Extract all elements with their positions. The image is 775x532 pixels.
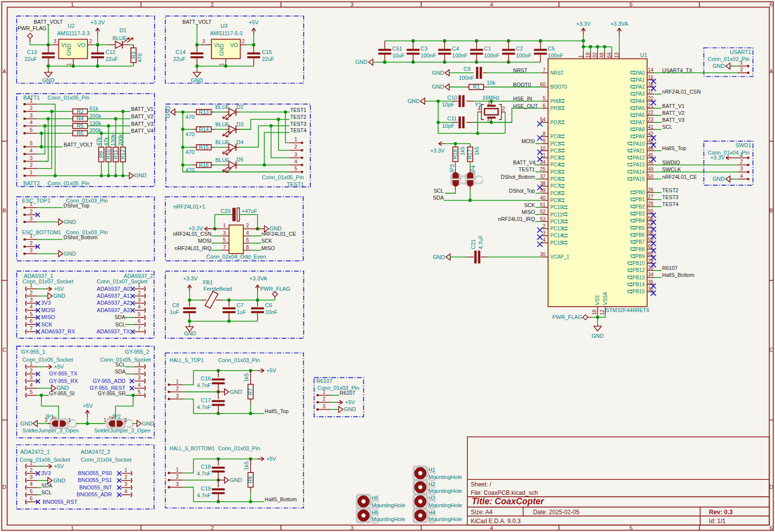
svg-text:2: 2 [176, 385, 179, 391]
svg-text:5: 5 [223, 237, 226, 243]
svg-text:6: 6 [30, 495, 33, 501]
svg-text:GND: GND [66, 44, 72, 56]
svg-text:PA1: PA1 [636, 77, 645, 83]
svg-text:5: 5 [30, 488, 33, 494]
svg-text:1k5: 1k5 [474, 147, 480, 156]
svg-text:46: 46 [648, 160, 654, 165]
svg-text:26: 26 [648, 187, 654, 193]
svg-text:Id: 1/1: Id: 1/1 [709, 518, 726, 525]
svg-text:C6: C6 [265, 302, 272, 308]
svg-text:4: 4 [124, 488, 127, 494]
svg-text:1: 1 [30, 282, 33, 288]
svg-text:6: 6 [138, 318, 141, 324]
svg-text:GY-955_1: GY-955_1 [21, 349, 45, 355]
svg-text:2: 2 [242, 38, 245, 44]
svg-text:R7: R7 [247, 388, 253, 395]
svg-text:PC6: PC6 [551, 176, 560, 182]
svg-text:2: 2 [138, 368, 141, 373]
svg-text:3: 3 [124, 481, 127, 487]
svg-text:HallS_Bottom: HallS_Bottom [662, 272, 694, 278]
svg-text:Rev: 0.3: Rev: 0.3 [709, 509, 733, 516]
svg-text:GND: GND [54, 293, 66, 299]
svg-text:GND: GND [134, 172, 147, 178]
svg-text:1k5: 1k5 [243, 373, 249, 382]
svg-text:5: 5 [138, 389, 141, 395]
svg-text:22uF: 22uF [173, 56, 185, 62]
svg-text:H4: H4 [429, 509, 436, 515]
svg-text:R16: R16 [199, 162, 209, 168]
svg-text:ADA5937_1: ADA5937_1 [24, 273, 53, 279]
svg-text:41: 41 [648, 124, 654, 130]
svg-text:BNO055_RST: BNO055_RST [43, 499, 78, 505]
svg-text:64: 64 [607, 52, 612, 58]
svg-text:R18: R18 [452, 149, 458, 159]
svg-text:SWD1: SWD1 [735, 142, 751, 148]
svg-text:D5: D5 [236, 157, 243, 162]
svg-text:KiCad E.D.A. 9.0.3: KiCad E.D.A. 9.0.3 [471, 518, 521, 525]
svg-text:U1: U1 [640, 52, 647, 58]
svg-text:2: 2 [52, 416, 57, 419]
svg-text:+5V: +5V [249, 19, 259, 25]
svg-text:100nF: 100nF [484, 53, 499, 58]
svg-text:R1: R1 [473, 84, 480, 90]
svg-text:BNO055_PS1: BNO055_PS1 [78, 477, 112, 483]
svg-text:5: 5 [543, 96, 546, 101]
svg-text:GND: GND [344, 406, 356, 412]
svg-text:3: 3 [487, 117, 490, 122]
svg-text:BATT_VOLT: BATT_VOLT [182, 19, 212, 25]
svg-text:+3.3V: +3.3V [710, 155, 725, 160]
svg-text:BATT_VOLT: BATT_VOLT [34, 19, 63, 25]
svg-text:8: 8 [543, 131, 546, 137]
svg-text:2: 2 [30, 162, 33, 168]
svg-text:JP3: JP3 [449, 164, 455, 174]
svg-text:PA11: PA11 [633, 148, 645, 154]
svg-text:H3: H3 [429, 495, 436, 501]
svg-text:C19: C19 [201, 485, 211, 491]
svg-text:PC15: PC15 [551, 240, 563, 246]
svg-text:PA7: PA7 [636, 120, 645, 125]
svg-text:BATT_V4: BATT_V4 [513, 160, 536, 165]
svg-text:D: D [2, 484, 6, 490]
svg-text:R2: R2 [77, 108, 84, 114]
svg-text:GY-955_SR: GY-955_SR [98, 390, 125, 396]
svg-text:6: 6 [246, 237, 249, 243]
svg-text:22: 22 [648, 110, 654, 115]
svg-text:H1: H1 [429, 467, 436, 473]
svg-text:5: 5 [30, 127, 33, 133]
svg-text:MountingHole: MountingHole [429, 502, 462, 508]
svg-text:4: 4 [478, 106, 481, 111]
svg-text:C2: C2 [516, 46, 523, 52]
svg-text:HallS_Top: HallS_Top [265, 408, 288, 414]
svg-text:C13: C13 [27, 49, 37, 55]
svg-text:PC9: PC9 [551, 198, 560, 203]
svg-text:3: 3 [202, 38, 205, 44]
svg-text:5: 5 [629, 525, 632, 531]
svg-text:nRF24L01_CSN: nRF24L01_CSN [173, 231, 212, 237]
svg-text:SolderJumper_3_Open: SolderJumper_3_Open [22, 427, 79, 433]
svg-text:HALL_S_TOP1: HALL_S_TOP1 [169, 358, 204, 363]
svg-text:6: 6 [543, 103, 546, 108]
svg-text:130k: 130k [90, 120, 102, 126]
svg-text:PA2: PA2 [636, 84, 645, 90]
svg-text:3: 3 [124, 417, 127, 423]
svg-text:12: 12 [600, 309, 605, 315]
svg-text:PB5: PB5 [635, 225, 645, 231]
svg-text:nRF24L01_CSN: nRF24L01_CSN [662, 89, 701, 95]
svg-text:AMS1117-3.3: AMS1117-3.3 [57, 30, 90, 36]
svg-text:22uF: 22uF [24, 56, 37, 62]
svg-text:VSSA: VSSA [603, 292, 608, 305]
svg-text:PB10: PB10 [633, 261, 645, 266]
svg-text:3: 3 [138, 374, 141, 380]
svg-text:SCL: SCL [662, 124, 672, 130]
svg-text:BATT_V2: BATT_V2 [662, 110, 684, 116]
svg-text:38: 38 [540, 181, 546, 186]
svg-text:GND: GND [184, 330, 196, 336]
svg-text:4: 4 [30, 382, 33, 388]
svg-text:2: 2 [30, 467, 33, 473]
svg-text:PC5: PC5 [551, 169, 560, 175]
svg-text:Conn_01x06_Socket: Conn_01x06_Socket [19, 457, 70, 463]
svg-text:10pF: 10pF [442, 123, 454, 129]
svg-text:3: 3 [223, 230, 226, 236]
svg-text:100nF: 100nF [516, 53, 531, 58]
svg-text:4.7nF: 4.7nF [197, 382, 211, 388]
